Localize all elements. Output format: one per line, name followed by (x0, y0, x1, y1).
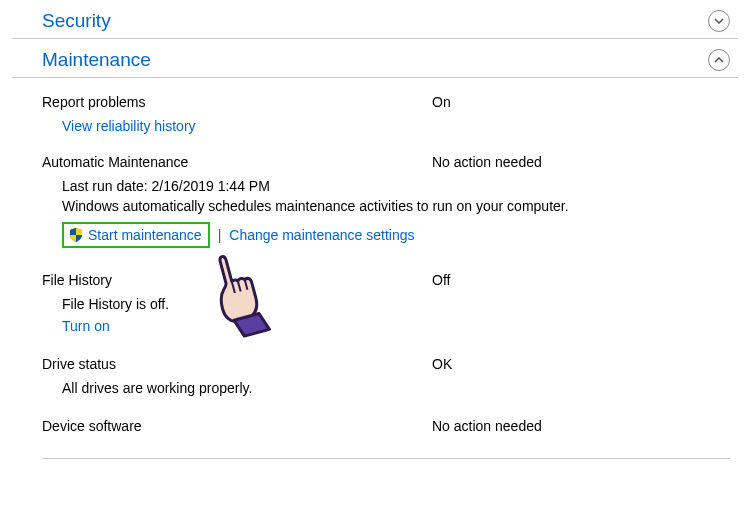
report-problems-label: Report problems (42, 94, 432, 110)
shield-icon (68, 227, 84, 243)
turn-on-link[interactable]: Turn on (62, 318, 110, 334)
maintenance-desc: Windows automatically schedules maintena… (12, 194, 738, 214)
drive-status-label: Drive status (42, 356, 432, 372)
maintenance-title: Maintenance (12, 49, 151, 71)
security-section-header[interactable]: Security (12, 0, 738, 39)
change-maintenance-link[interactable]: Change maintenance settings (229, 227, 414, 243)
drive-status-sub: All drives are working properly. (12, 378, 738, 396)
report-problems-row: Report problems On (12, 88, 738, 116)
maintenance-section-header[interactable]: Maintenance (12, 39, 738, 78)
automatic-maintenance-label: Automatic Maintenance (42, 154, 432, 170)
file-history-row: File History Off (12, 266, 738, 294)
maintenance-actions: Start maintenance | Change maintenance s… (62, 222, 738, 248)
automatic-maintenance-status: No action needed (432, 154, 738, 170)
device-software-status: No action needed (432, 418, 738, 434)
device-software-label: Device software (42, 418, 432, 434)
file-history-status: Off (432, 272, 738, 288)
drive-status-status: OK (432, 356, 738, 372)
last-run-date: Last run date: 2/16/2019 1:44 PM (12, 176, 738, 194)
file-history-label: File History (42, 272, 432, 288)
drive-status-row: Drive status OK (12, 350, 738, 378)
automatic-maintenance-row: Automatic Maintenance No action needed (12, 148, 738, 176)
view-reliability-link[interactable]: View reliability history (62, 118, 196, 134)
bottom-divider (42, 458, 730, 459)
start-maintenance-highlight: Start maintenance (62, 222, 210, 248)
chevron-down-icon[interactable] (708, 10, 730, 32)
device-software-row: Device software No action needed (12, 412, 738, 440)
file-history-sub: File History is off. (12, 294, 738, 312)
start-maintenance-link[interactable]: Start maintenance (88, 227, 202, 243)
separator: | (216, 227, 224, 243)
security-title: Security (12, 10, 111, 32)
chevron-up-icon[interactable] (708, 49, 730, 71)
report-problems-status: On (432, 94, 738, 110)
